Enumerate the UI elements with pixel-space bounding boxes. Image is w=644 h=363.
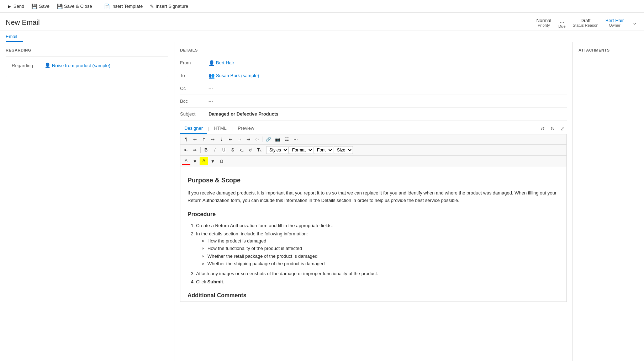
size-select[interactable]: Size — [334, 146, 353, 154]
insert-template-button[interactable]: 📄 Insert Template — [101, 2, 146, 11]
format-toolbar-row-1: ¶ ⇠ ⇡ ⇢ ⇣ ⇤ ⇨ ⇥ ⇦ 🔗 📷 ☷ ⋯ — [182, 135, 565, 144]
insert-signature-button[interactable]: ✎ Insert Signature — [147, 2, 191, 11]
format-toolbar-main: ⇤ ⇨ B I U S x₂ x² Tₓ Styles Format Font — [180, 144, 567, 155]
fmt-align-justify[interactable]: ⇦ — [253, 136, 262, 143]
fmt-highlight-picker[interactable]: ▼ — [208, 158, 217, 165]
to-value[interactable]: 👥 Susan Burk (sample) — [208, 73, 567, 79]
save-close-icon: 💾 — [57, 4, 63, 9]
regarding-field-label: Regarding — [12, 63, 40, 68]
editor-actions: ↺ ↻ ⤢ — [538, 124, 567, 133]
format-toolbar-row-2: ⇤ ⇨ B I U S x₂ x² Tₓ Styles Format Font — [182, 145, 565, 155]
insert-template-icon: 📄 — [104, 4, 110, 9]
fmt-font-color-picker[interactable]: ▼ — [191, 158, 199, 165]
details-section-title: DETAILS — [180, 48, 567, 52]
font-select[interactable]: Font — [314, 146, 333, 154]
fmt-indent-increase[interactable]: ⇨ — [191, 146, 199, 154]
header-meta: Normal Priority ... Due Draft Status Rea… — [536, 16, 638, 28]
bullet-4: Whether the shipping package of the prod… — [207, 260, 559, 267]
tab-designer[interactable]: Designer — [180, 123, 207, 134]
fmt-align-right[interactable]: ⇥ — [244, 136, 253, 143]
fmt-btn-4[interactable]: ⇢ — [208, 136, 217, 143]
fmt-btn-5[interactable]: ⇣ — [217, 136, 226, 143]
tab-bar: Email — [0, 31, 644, 42]
format-toolbar-color: A ▼ A ▼ Ω — [180, 155, 567, 167]
toolbar-divider-1 — [98, 3, 98, 10]
save-close-button[interactable]: 💾 Save & Close — [54, 2, 95, 11]
to-icon: 👥 — [208, 73, 215, 79]
fmt-table[interactable]: ☷ — [283, 136, 291, 143]
tab-html[interactable]: HTML — [210, 123, 231, 134]
format-toolbar-secondary: ¶ ⇠ ⇡ ⇢ ⇣ ⇤ ⇨ ⇥ ⇦ 🔗 📷 ☷ ⋯ — [180, 134, 567, 144]
step-1: Create a Return Authorization form and f… — [196, 222, 559, 229]
fmt-divider-3 — [265, 147, 265, 153]
content-h1: Purpose & Scope — [188, 176, 559, 185]
regarding-section-title: REGARDING — [6, 48, 168, 52]
fmt-italic[interactable]: I — [211, 146, 219, 154]
fmt-btn-2[interactable]: ⇠ — [191, 136, 199, 143]
fmt-image[interactable]: 📷 — [273, 136, 282, 143]
fmt-btn-1[interactable]: ¶ — [182, 136, 190, 143]
bcc-field: Bcc --- — [180, 95, 567, 108]
send-icon: ► — [7, 4, 12, 9]
save-label: Save — [39, 4, 49, 9]
fmt-clear-format[interactable]: Tₓ — [255, 146, 264, 154]
redo-button[interactable]: ↻ — [548, 124, 557, 133]
priority-value: Normal — [536, 18, 551, 23]
fmt-more[interactable]: ⋯ — [291, 136, 300, 143]
status-meta: Draft Status Reason — [573, 18, 598, 27]
fmt-font-color[interactable]: A — [182, 157, 190, 165]
header-chevron[interactable]: ⌄ — [631, 18, 638, 27]
tab-preview[interactable]: Preview — [233, 123, 258, 134]
due-label: Due — [558, 24, 565, 28]
main-toolbar: ► Send 💾 Save 💾 Save & Close 📄 Insert Te… — [0, 0, 644, 13]
contact-icon: 👤 — [44, 63, 51, 68]
fmt-link[interactable]: 🔗 — [264, 136, 273, 143]
content-h3: Additional Comments — [188, 291, 559, 300]
subject-label: Subject — [180, 111, 208, 117]
priority-meta: Normal Priority — [536, 18, 551, 27]
page-title: New Email — [6, 18, 40, 27]
styles-select[interactable]: Styles — [266, 146, 289, 154]
save-button[interactable]: 💾 Save — [28, 2, 52, 11]
fmt-align-left[interactable]: ⇤ — [226, 136, 235, 143]
undo-button[interactable]: ↺ — [538, 124, 547, 133]
fmt-align-center[interactable]: ⇨ — [235, 136, 244, 143]
regarding-value-text: Noise from product (sample) — [52, 63, 110, 68]
priority-label: Priority — [536, 23, 551, 27]
regarding-field-value[interactable]: 👤 Noise from product (sample) — [44, 63, 110, 68]
send-button[interactable]: ► Send — [4, 2, 27, 11]
regarding-card: Regarding 👤 Noise from product (sample) — [6, 57, 168, 77]
owner-meta: Bert Hair Owner — [606, 18, 624, 27]
editor-tabs: Designer | HTML | Preview ↺ ↻ ⤢ — [180, 123, 567, 134]
editor-content[interactable]: Purpose & Scope If you receive damaged p… — [180, 167, 567, 302]
subject-field: Subject Damaged or Defective Products — [180, 108, 567, 121]
cc-label: Cc — [180, 86, 208, 91]
to-field: To 👥 Susan Burk (sample) — [180, 69, 567, 82]
expand-button[interactable]: ⤢ — [558, 124, 567, 133]
fmt-highlight-color[interactable]: A — [200, 157, 208, 165]
format-select[interactable]: Format — [289, 146, 313, 154]
fmt-special-char[interactable]: Ω — [217, 158, 226, 165]
from-icon: 👤 — [208, 60, 215, 66]
content-p1: If you receive damaged products, it is i… — [188, 189, 559, 204]
cc-field: Cc --- — [180, 82, 567, 95]
insert-signature-icon: ✎ — [150, 4, 154, 9]
bullet-2: How the functionality of the product is … — [207, 245, 559, 252]
fmt-btn-3[interactable]: ⇡ — [200, 136, 208, 143]
tab-email[interactable]: Email — [6, 31, 23, 42]
owner-label: Owner — [606, 23, 624, 27]
bullet-1: How the product is damaged — [207, 237, 559, 245]
fmt-subscript[interactable]: x₂ — [237, 146, 246, 154]
from-field: From 👤 Bert Hair — [180, 57, 567, 69]
fmt-strikethrough[interactable]: S — [228, 146, 237, 154]
fmt-underline[interactable]: U — [220, 146, 228, 154]
fmt-indent-decrease[interactable]: ⇤ — [182, 146, 190, 154]
right-panel: ATTACHMENTS — [573, 42, 644, 361]
step-4: Click Submit. — [196, 278, 559, 285]
from-value[interactable]: 👤 Bert Hair — [208, 60, 567, 66]
owner-value[interactable]: Bert Hair — [606, 18, 624, 23]
format-toolbar-row-3: A ▼ A ▼ Ω — [182, 156, 565, 166]
fmt-superscript[interactable]: x² — [246, 146, 255, 154]
save-icon: 💾 — [31, 4, 37, 9]
fmt-bold[interactable]: B — [202, 146, 210, 154]
